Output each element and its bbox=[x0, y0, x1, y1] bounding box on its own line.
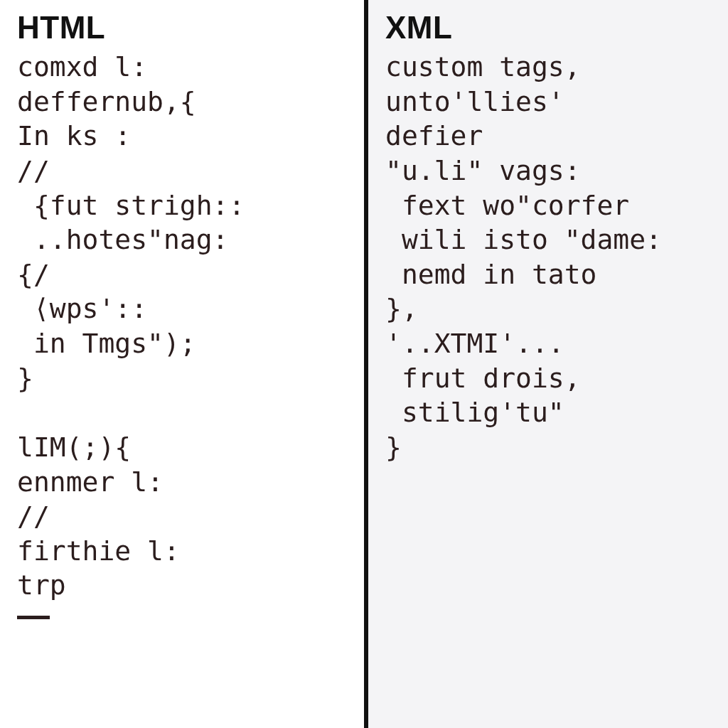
cursor-dash bbox=[17, 616, 50, 619]
left-heading: HTML bbox=[17, 10, 350, 46]
right-code-block: custom tags, unto'llies' defier "u.li" v… bbox=[385, 50, 714, 465]
comparison-page: HTML comxd l: deffernub,{ In ks : // {fu… bbox=[0, 0, 728, 728]
left-code-block: comxd l: deffernub,{ In ks : // {fut str… bbox=[17, 50, 350, 603]
right-heading: XML bbox=[385, 10, 714, 46]
right-pane: XML custom tags, unto'llies' defier "u.l… bbox=[364, 0, 728, 728]
left-pane: HTML comxd l: deffernub,{ In ks : // {fu… bbox=[0, 0, 364, 728]
